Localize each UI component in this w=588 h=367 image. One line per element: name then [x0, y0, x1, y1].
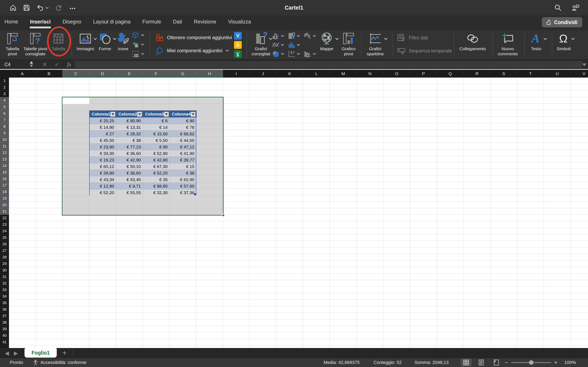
filter-dropdown-icon[interactable] [164, 112, 169, 117]
row-header-6[interactable]: 6 [0, 110, 9, 117]
active-cell[interactable] [62, 97, 89, 104]
hierarchy-chart-button[interactable] [288, 32, 304, 41]
column-header-R[interactable]: R [464, 70, 490, 78]
table-cell[interactable]: € 14 [143, 124, 170, 130]
page-break-view-button[interactable] [491, 359, 502, 367]
table-cell[interactable]: € 90 [143, 144, 170, 150]
table-cell[interactable]: € 44,50 [170, 137, 197, 143]
table-cell[interactable]: € 14,90 [90, 124, 116, 130]
row-header-10[interactable]: 10 [0, 136, 9, 143]
row-header-24[interactable]: 24 [0, 228, 9, 234]
table-cell[interactable]: € 29,80 [90, 170, 116, 176]
row-header-36[interactable]: 36 [0, 306, 9, 313]
column-header-O[interactable]: O [383, 70, 410, 78]
table-cell[interactable]: € 23,90 [90, 144, 116, 150]
table-cell[interactable]: € 36,60 [116, 150, 143, 157]
row-header-28[interactable]: 28 [0, 254, 9, 260]
table-cell[interactable]: € 67,30 [143, 163, 170, 170]
table-cell[interactable]: € 65,12 [90, 163, 116, 170]
smartart-button[interactable] [132, 41, 144, 49]
row-header-18[interactable]: 18 [0, 189, 9, 195]
get-add-ins-button[interactable]: Ottenere componenti aggiuntivi [156, 33, 232, 42]
column-header-G[interactable]: G [169, 70, 196, 78]
row-header-20[interactable]: 20 [0, 202, 9, 208]
filter-dropdown-icon[interactable] [191, 112, 196, 117]
row-header-31[interactable]: 31 [0, 274, 9, 280]
new-comment-button[interactable]: Nuovo commento [494, 30, 521, 60]
table-cell[interactable]: € 80,90 [116, 117, 143, 124]
table-cell[interactable]: € 78 [170, 124, 197, 130]
row-header-27[interactable]: 27 [0, 247, 9, 254]
sheet-tab-foglio1[interactable]: Foglio1 [25, 348, 57, 358]
column-chart-button[interactable] [272, 32, 288, 41]
row-header-11[interactable]: 11 [0, 143, 9, 150]
tab-revisione[interactable]: Revisione [194, 19, 216, 25]
filter-dropdown-icon[interactable] [137, 112, 142, 117]
table-cell[interactable]: € 42,90 [116, 157, 143, 163]
table-cell[interactable]: € 52,90 [143, 150, 170, 157]
row-header-22[interactable]: 22 [0, 215, 9, 221]
line-chart-button[interactable] [272, 41, 288, 50]
row-header-26[interactable]: 26 [0, 241, 9, 247]
table-cell[interactable]: € 37,36 [170, 189, 197, 196]
fill-handle[interactable] [222, 214, 225, 217]
column-header-P[interactable]: P [410, 70, 437, 78]
column-header-J[interactable]: J [250, 70, 277, 78]
tab-disegno[interactable]: Disegno [62, 19, 81, 25]
column-header-D[interactable]: D [89, 70, 116, 78]
text-dropdown-icon[interactable] [544, 37, 547, 41]
tab-formule[interactable]: Formule [142, 19, 161, 25]
table-cell[interactable]: € 15 [170, 163, 197, 170]
row-header-21[interactable]: 21 [0, 208, 9, 215]
tab-dati[interactable]: Dati [173, 19, 182, 25]
table-cell[interactable]: € 66,62 [170, 131, 197, 137]
table-button[interactable]: Tabella [47, 30, 69, 60]
tab-layout-di-pagina[interactable]: Layout di pagina [93, 19, 130, 25]
row-header-35[interactable]: 35 [0, 300, 9, 306]
row-header-1[interactable]: 1 [0, 78, 9, 84]
table-cell[interactable]: € 45,50 [90, 137, 116, 143]
name-box[interactable]: C4 [0, 60, 35, 69]
row-header-8[interactable]: 8 [0, 123, 9, 130]
row-header-12[interactable]: 12 [0, 150, 9, 156]
table-cell[interactable]: € 47,12 [170, 144, 197, 150]
table-cell[interactable]: € 33,30 [90, 150, 116, 157]
sparklines-button[interactable]: Grafici sparkline [363, 30, 387, 60]
tab-home[interactable]: Home [5, 19, 18, 25]
row-header-32[interactable]: 32 [0, 280, 9, 287]
insert-function-icon[interactable]: fx [64, 60, 75, 69]
column-header-L[interactable]: L [303, 70, 330, 78]
link-button[interactable]: Collegamento [457, 30, 488, 60]
formula-input[interactable] [75, 61, 582, 68]
histogram-chart-button[interactable] [288, 41, 304, 50]
scatter-chart-button[interactable] [288, 50, 304, 58]
row-header-30[interactable]: 30 [0, 267, 9, 274]
table-cell[interactable]: € 42,80 [143, 157, 170, 163]
row-header-38[interactable]: 38 [0, 319, 9, 326]
table-cell[interactable]: € 39,77 [170, 157, 197, 163]
row-header-33[interactable]: 33 [0, 287, 9, 293]
formula-bar-expand-icon[interactable] [582, 64, 586, 66]
table-cell[interactable]: € 57,60 [170, 183, 197, 189]
pictures-button[interactable]: Immagini [74, 30, 97, 60]
column-header-F[interactable]: F [143, 70, 169, 78]
sparklines-dropdown-icon[interactable] [384, 37, 387, 41]
bing-maps-addin-icon[interactable]: b [234, 41, 242, 49]
table-cell[interactable]: € 43,34 [90, 176, 116, 183]
table-cell[interactable]: € 38,60 [116, 170, 143, 176]
accessibility-status[interactable]: Accessibilità: conforme [33, 358, 86, 367]
column-header-S[interactable]: S [490, 70, 517, 78]
table-cell[interactable]: € 9,71 [116, 183, 143, 189]
table-header-colonna2[interactable]: Colonna2 [116, 111, 143, 117]
table-header-colonna1[interactable]: Colonna1 [90, 111, 116, 117]
table-cell[interactable]: € 52,20 [90, 189, 116, 196]
column-header-C[interactable]: C [62, 70, 89, 78]
column-header-E[interactable]: E [116, 70, 143, 78]
page-layout-view-button[interactable] [476, 359, 487, 367]
column-header-A[interactable]: A [9, 70, 36, 78]
table-cell[interactable]: € 27 [90, 131, 116, 137]
name-box-spinner[interactable] [30, 61, 33, 67]
row-header-15[interactable]: 15 [0, 169, 9, 175]
row-header-41[interactable]: 41 [0, 339, 9, 345]
screenshot-button[interactable] [132, 50, 144, 58]
